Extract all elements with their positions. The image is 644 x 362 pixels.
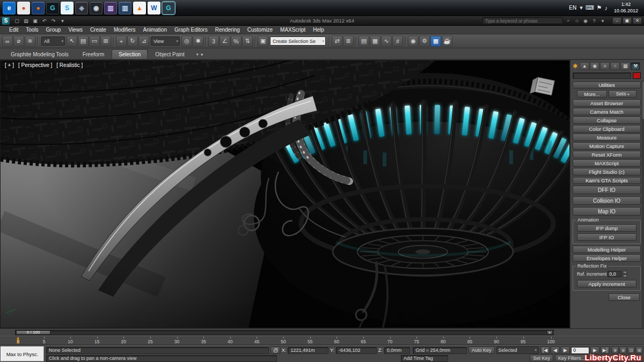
snaps-toggle-icon[interactable]: 3 bbox=[208, 36, 219, 47]
utilities-rollout-header[interactable]: Utilities bbox=[573, 82, 641, 88]
time-slider-track[interactable]: 0 / 100 ▸ bbox=[15, 330, 554, 335]
perspective-viewport[interactable]: [ + ] [ Perspective ] [ Realistic ] bbox=[0, 60, 570, 328]
menu-rendering[interactable]: Rendering bbox=[211, 26, 244, 33]
menu-views[interactable]: Views bbox=[64, 26, 86, 33]
ref-increment-field[interactable]: 0,0 bbox=[608, 271, 621, 277]
utility-maxscript[interactable]: MAXScript bbox=[573, 159, 641, 167]
utility-asset-browser[interactable]: Asset Browser bbox=[573, 99, 641, 107]
z-coordinate-field[interactable]: 0,0mm bbox=[384, 347, 411, 354]
play-button[interactable]: ▶ bbox=[561, 346, 570, 354]
select-and-scale-icon[interactable]: ⊿ bbox=[138, 36, 149, 47]
key-filters-button[interactable]: Key Filters... bbox=[555, 354, 588, 362]
animation-ifp-dump[interactable]: IFP dump bbox=[577, 224, 636, 232]
open-file-icon[interactable]: ▤ bbox=[22, 17, 30, 25]
viewport-general-menu[interactable]: [ + ] bbox=[5, 62, 14, 68]
minimize-icon[interactable]: – bbox=[612, 17, 621, 24]
layer-manager-icon[interactable]: ▤ bbox=[358, 36, 369, 47]
y-coordinate-field[interactable]: -6436,102 bbox=[336, 347, 377, 354]
ribbon-tab-selection[interactable]: Selection bbox=[112, 49, 148, 59]
viewport-pov-menu[interactable]: [ Perspective ] bbox=[18, 62, 52, 68]
viewport-3d-scene[interactable] bbox=[1, 61, 569, 328]
select-by-name-icon[interactable]: ▤ bbox=[78, 36, 89, 47]
select-object-icon[interactable]: ↖ bbox=[67, 36, 77, 47]
infocenter-search-input[interactable] bbox=[482, 17, 563, 24]
input-dropdown-icon[interactable]: ▾ bbox=[580, 4, 583, 11]
menu-animation[interactable]: Animation bbox=[139, 26, 170, 33]
taskbar-app-3dsmax-running[interactable]: G bbox=[162, 2, 175, 14]
go-to-start-button[interactable]: |◀ bbox=[540, 346, 550, 354]
3dsmax-logo-icon[interactable]: S bbox=[2, 17, 10, 25]
clock[interactable]: 1:42 10.06.2012 bbox=[611, 2, 641, 14]
ribbon-options-icon[interactable]: ● bbox=[201, 52, 203, 57]
apply-increment-button[interactable]: Apply increment bbox=[577, 280, 636, 287]
tab-create[interactable]: ▲ bbox=[580, 62, 589, 70]
utility-camera-match[interactable]: Camera Match bbox=[573, 108, 641, 115]
undo-icon[interactable]: ↶ bbox=[40, 17, 48, 25]
menu-help[interactable]: Help bbox=[309, 26, 328, 33]
angle-snap-icon[interactable]: ∠ bbox=[219, 36, 230, 47]
language-indicator[interactable]: EN bbox=[569, 5, 576, 11]
track-bar[interactable]: 0510152025303540455055606570758085909510… bbox=[0, 336, 644, 345]
align-icon[interactable]: ≣ bbox=[343, 36, 354, 47]
tab-hierarchy[interactable]: ≡ bbox=[600, 62, 610, 70]
select-and-manipulate-icon[interactable]: ✱ bbox=[193, 36, 203, 47]
menu-modifiers[interactable]: Modifiers bbox=[110, 26, 140, 33]
select-and-link-icon[interactable]: ∞ bbox=[2, 36, 13, 47]
workspace-dropdown-icon[interactable]: ▾ bbox=[58, 17, 67, 25]
set-key-button[interactable]: Set Key bbox=[530, 354, 553, 362]
selection-lock-button[interactable] bbox=[270, 346, 280, 354]
infocenter-dropdown-icon[interactable]: ▾ bbox=[599, 17, 606, 24]
taskbar-app-word[interactable]: W bbox=[148, 2, 160, 14]
taskbar-app-chrome[interactable]: ● bbox=[17, 2, 30, 14]
rendered-frame-icon[interactable]: ▦ bbox=[430, 36, 441, 47]
kams-map-io[interactable]: Map IO bbox=[573, 207, 641, 216]
animation-ifp-io[interactable]: IFP IO bbox=[577, 233, 636, 241]
tab-utilities[interactable]: ⚒ bbox=[631, 62, 640, 70]
use-pivot-center-icon[interactable]: ◎ bbox=[181, 36, 192, 47]
named-selection-sets-icon[interactable]: ▣ bbox=[258, 36, 268, 47]
utility-measure[interactable]: Measure bbox=[573, 134, 641, 141]
render-production-icon[interactable]: ☕ bbox=[442, 36, 452, 47]
redo-icon[interactable]: ↷ bbox=[49, 17, 57, 25]
taskbar-app-archive[interactable]: ▥ bbox=[119, 2, 131, 14]
ribbon-toggle-icon[interactable]: ▦ bbox=[370, 36, 380, 47]
new-scene-icon[interactable]: ▢ bbox=[13, 17, 21, 25]
select-and-move-icon[interactable]: + bbox=[116, 36, 127, 47]
add-time-tag-field[interactable]: Add Time Tag bbox=[401, 355, 448, 362]
spinner-snap-icon[interactable]: ⇅ bbox=[242, 36, 253, 47]
ribbon-minimize-icon[interactable]: ▾ bbox=[196, 52, 199, 57]
ref-increment-spinner[interactable]: ▴ ▾ bbox=[623, 270, 627, 278]
ribbon-tab-object-paint[interactable]: Object Paint bbox=[149, 50, 191, 59]
search-go-icon[interactable]: ⌕ bbox=[565, 17, 572, 24]
helper-envelopes-helper[interactable]: Envelopes Helper bbox=[573, 254, 641, 262]
tab-modify[interactable]: ◉ bbox=[590, 62, 599, 70]
menu-group[interactable]: Group bbox=[42, 26, 65, 33]
utility-name-field[interactable] bbox=[573, 72, 631, 79]
schematic-view-icon[interactable]: # bbox=[392, 36, 403, 47]
taskbar-app-firefox[interactable]: ● bbox=[32, 2, 45, 14]
taskbar-app-internet-explorer[interactable]: e bbox=[3, 2, 16, 14]
utility-flight-studio-c-[interactable]: Flight Studio (c) bbox=[573, 168, 641, 175]
utility-color-clipboard[interactable]: Color Clipboard bbox=[573, 125, 641, 132]
time-slider-next-icon[interactable]: ▸ bbox=[547, 330, 553, 335]
sets-button[interactable]: Sets ▾ bbox=[609, 90, 636, 98]
named-sets-dropdown[interactable]: Create Selection Se▾ bbox=[270, 36, 326, 46]
volume-icon[interactable]: ♪ bbox=[604, 5, 608, 11]
restore-icon[interactable]: ▣ bbox=[623, 17, 632, 24]
key-mode-dropdown[interactable]: Selected ▾ bbox=[496, 346, 539, 354]
auto-key-button[interactable]: Auto Key bbox=[469, 346, 495, 354]
more-button[interactable]: More... bbox=[577, 90, 607, 98]
menu-graph-editors[interactable]: Graph Editors bbox=[171, 26, 211, 33]
utility-reset-xform[interactable]: Reset XForm bbox=[573, 151, 641, 158]
star-icon[interactable]: ☆ bbox=[573, 17, 581, 24]
curve-editor-icon[interactable]: ∿ bbox=[381, 36, 392, 47]
kams-collision-io[interactable]: Collision IO bbox=[573, 196, 641, 205]
taskbar-app-winrar[interactable]: ▥ bbox=[104, 2, 117, 14]
percent-snap-icon[interactable]: % bbox=[231, 36, 241, 47]
close-icon[interactable]: ✕ bbox=[633, 17, 642, 24]
viewport-shading-menu[interactable]: [ Realistic ] bbox=[56, 62, 83, 68]
utility-motion-capture[interactable]: Motion Capture bbox=[573, 142, 641, 150]
kams-dff-io[interactable]: DFF IO bbox=[573, 186, 641, 194]
render-setup-icon[interactable]: ⚙ bbox=[419, 36, 430, 47]
object-color-swatch[interactable] bbox=[633, 72, 641, 79]
